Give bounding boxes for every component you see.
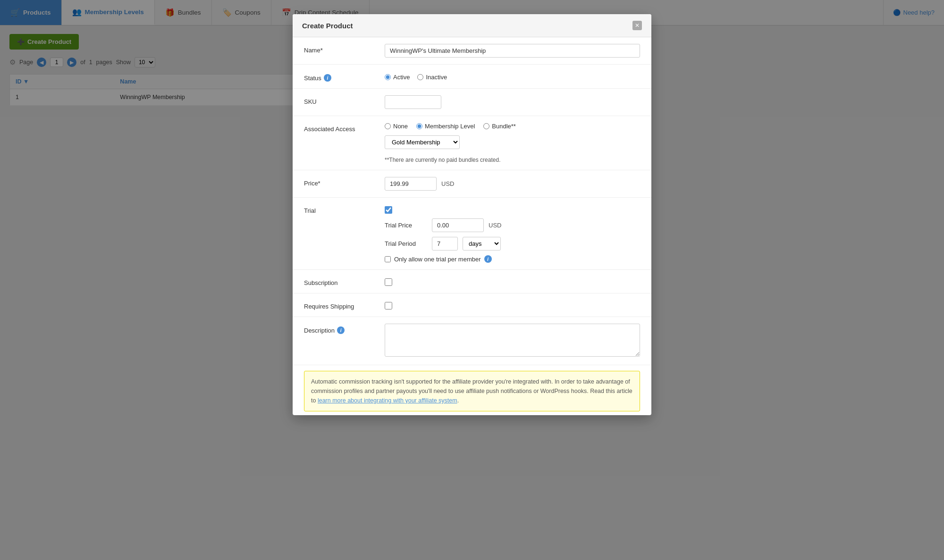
- access-none-radio[interactable]: [385, 123, 391, 129]
- sku-label: SKU: [304, 95, 377, 105]
- trial-period-input[interactable]: [432, 237, 458, 251]
- status-inactive-radio[interactable]: [417, 74, 423, 80]
- trial-price-input[interactable]: [432, 218, 484, 232]
- status-radio-group: Active Inactive: [385, 71, 640, 81]
- trial-period-unit-select[interactable]: days weeks months years: [463, 237, 501, 251]
- modal-body: Name* Status i: [293, 37, 651, 415]
- requires-shipping-checkbox[interactable]: [385, 302, 392, 309]
- affiliate-link[interactable]: learn more about integrating with your a…: [318, 397, 457, 404]
- name-input[interactable]: [385, 44, 640, 58]
- requires-shipping-checkbox-wrap: [385, 300, 640, 309]
- trial-period-row: Trial Period days weeks months years: [385, 237, 640, 251]
- trial-sub-fields: Trial Price USD Trial Period days we: [385, 218, 640, 263]
- price-input-row: USD: [385, 177, 640, 191]
- price-control: USD: [385, 177, 640, 191]
- name-control: [385, 44, 640, 58]
- status-active-option[interactable]: Active: [385, 74, 410, 81]
- status-active-radio[interactable]: [385, 74, 391, 80]
- membership-level-select[interactable]: Gold Membership Silver Membership Bronze…: [385, 135, 460, 149]
- no-bundles-note: **There are currently no paid bundles cr…: [385, 157, 640, 163]
- trial-period-label: Trial Period: [385, 240, 427, 247]
- description-row: Description i: [293, 317, 651, 365]
- main-area: ➕ Create Product ⚙ Page ◀ ▶ of 1 pages S…: [0, 25, 944, 560]
- description-textarea[interactable]: [385, 324, 640, 357]
- description-label: Description i: [304, 324, 377, 334]
- sku-row: SKU: [293, 89, 651, 116]
- sku-control: [385, 95, 640, 109]
- access-membership-radio[interactable]: [416, 123, 422, 129]
- trial-checkbox-wrap: [385, 204, 640, 214]
- trial-label: Trial: [304, 204, 377, 214]
- status-info-icon[interactable]: i: [324, 74, 331, 82]
- status-row: Status i Active Inactive: [293, 65, 651, 89]
- create-product-modal: Create Product ✕ Name* Status: [293, 14, 651, 415]
- subscription-row: Subscription: [293, 270, 651, 293]
- access-none-option[interactable]: None: [385, 123, 408, 130]
- subscription-checkbox-wrap: [385, 276, 640, 286]
- modal-title: Create Product: [302, 22, 353, 30]
- one-trial-row: Only allow one trial per member i: [385, 255, 640, 263]
- membership-select-wrap: Gold Membership Silver Membership Bronze…: [385, 135, 640, 149]
- name-row: Name*: [293, 37, 651, 65]
- trial-control: Trial Price USD Trial Period days we: [385, 204, 640, 263]
- description-info-icon[interactable]: i: [337, 326, 345, 334]
- requires-shipping-label: Requires Shipping: [304, 300, 377, 310]
- description-control: [385, 324, 640, 358]
- subscription-control: [385, 276, 640, 286]
- status-control: Active Inactive: [385, 71, 640, 81]
- trial-checkbox[interactable]: [385, 206, 392, 214]
- trial-price-row: Trial Price USD: [385, 218, 640, 232]
- access-membership-option[interactable]: Membership Level: [416, 123, 475, 130]
- affiliate-notice: Automatic commission tracking isn't supp…: [304, 371, 640, 411]
- subscription-label: Subscription: [304, 276, 377, 286]
- associated-access-control: None Membership Level Bundle**: [385, 123, 640, 163]
- modal-header: Create Product ✕: [293, 14, 651, 37]
- subscription-checkbox[interactable]: [385, 278, 392, 286]
- access-bundle-radio[interactable]: [483, 123, 489, 129]
- associated-access-row: Associated Access None Membership Level: [293, 116, 651, 170]
- trial-price-currency: USD: [489, 222, 501, 229]
- trial-price-label: Trial Price: [385, 222, 427, 229]
- one-trial-checkbox[interactable]: [385, 256, 391, 262]
- requires-shipping-control: [385, 300, 640, 309]
- price-label: Price*: [304, 177, 377, 187]
- price-currency: USD: [441, 180, 454, 187]
- associated-access-label: Associated Access: [304, 123, 377, 133]
- access-radio-group: None Membership Level Bundle**: [385, 123, 640, 130]
- trial-row: Trial Trial Price USD: [293, 198, 651, 270]
- access-bundle-option[interactable]: Bundle**: [483, 123, 516, 130]
- modal-close-button[interactable]: ✕: [632, 21, 642, 30]
- requires-shipping-row: Requires Shipping: [293, 293, 651, 317]
- modal-overlay[interactable]: Create Product ✕ Name* Status: [0, 0, 944, 560]
- one-trial-info-icon[interactable]: i: [484, 255, 492, 263]
- sku-input[interactable]: [385, 95, 441, 109]
- price-row: Price* USD: [293, 170, 651, 198]
- status-inactive-option[interactable]: Inactive: [417, 74, 447, 81]
- name-label: Name*: [304, 44, 377, 54]
- price-input[interactable]: [385, 177, 437, 191]
- status-label: Status i: [304, 71, 377, 82]
